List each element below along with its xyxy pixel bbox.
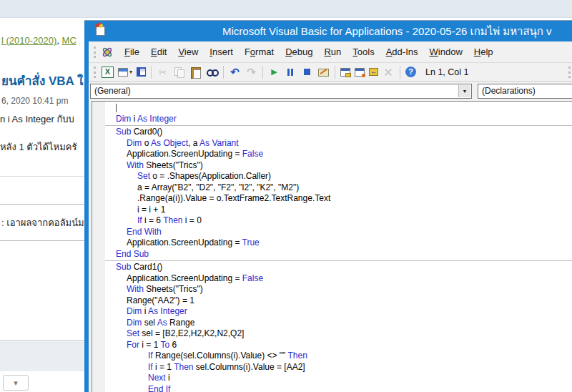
forum-breadcrumb-links: l (2010-2020), MC: [1, 35, 77, 46]
chevron-down-icon: ▾: [14, 378, 18, 388]
dropdown-caret-icon[interactable]: ▾: [129, 69, 132, 75]
menu-addins[interactable]: Add-Ins: [380, 44, 424, 61]
menu-format[interactable]: Format: [239, 44, 280, 61]
code-line[interactable]: Range("AA2") = 1: [116, 295, 572, 307]
vbe-app-icon: [94, 24, 107, 37]
code-line[interactable]: Dim i As Integer: [116, 306, 572, 318]
menu-tools[interactable]: Tools: [347, 44, 380, 61]
screen: l (2010-2020), MC ยนคำสั่ง VBA ใ 6, 2020…: [0, 0, 572, 392]
code-line[interactable]: If Range(sel.Columns(i).Value) <> "" The…: [116, 351, 572, 362]
project-explorer-button[interactable]: [339, 67, 352, 77]
topic-title[interactable]: ยนคำสั่ง VBA ใ: [1, 71, 83, 90]
reply-message-textarea[interactable]: [0, 240, 94, 341]
combobox-dropdown-icon[interactable]: ▼: [458, 85, 470, 97]
cut-icon: [157, 67, 169, 78]
code-line[interactable]: End With: [116, 227, 572, 238]
help-button[interactable]: [404, 66, 418, 78]
code-line[interactable]: Next i: [116, 373, 572, 384]
object-combobox[interactable]: (General) ▼: [90, 84, 472, 99]
code-line[interactable]: Sub Card0(): [116, 127, 572, 138]
run-icon: [268, 67, 280, 78]
toolbar-separator: [262, 66, 263, 79]
menu-view[interactable]: View: [172, 44, 204, 61]
code-line[interactable]: Set o = .Shapes(Application.Caller): [116, 171, 572, 182]
post-body-line-2: หลัง 1 ตัวได้ไหมครั: [0, 139, 77, 155]
menu-file[interactable]: File: [119, 44, 145, 61]
object-browser-button[interactable]: [368, 67, 380, 77]
copy-button: [172, 66, 187, 79]
code-line[interactable]: With Sheets("Trics"): [116, 160, 572, 172]
find-icon: [206, 67, 218, 78]
menu-edit[interactable]: Edit: [145, 44, 172, 61]
toolbar-separator: [400, 66, 400, 79]
code-line[interactable]: With Sheets("Trics"): [116, 284, 572, 295]
toolbar-end-grip[interactable]: [568, 67, 571, 78]
project-explorer-icon: [340, 68, 350, 77]
properties-window-button[interactable]: [353, 67, 366, 77]
code-line[interactable]: If i = 1 Then sel.Columns(i).Value = [AA…: [116, 362, 572, 373]
help-icon: [405, 67, 416, 77]
menu-debug[interactable]: Debug: [280, 44, 318, 61]
toolbar-separator: [151, 66, 152, 79]
cut-button: [155, 66, 170, 79]
forum-link-1[interactable]: l (2010-2020): [1, 35, 56, 46]
reset-icon: [301, 67, 313, 78]
procedure-separator: [105, 125, 572, 126]
reply-subject-value: : เอาผลจากคอลัมน์มา: [1, 215, 89, 230]
code-line[interactable]: End If: [116, 384, 572, 392]
cursor-position-status: Ln 1, Col 1: [425, 67, 468, 77]
code-line[interactable]: .Range(a(i)).Value = o.TextFrame2.TextRa…: [116, 193, 572, 205]
copy-icon: [173, 67, 185, 78]
code-line[interactable]: Dim o As Object, a As Variant: [116, 138, 572, 150]
reset-button[interactable]: [300, 66, 315, 79]
page-dropdown-button[interactable]: ▾: [3, 375, 29, 391]
code-line[interactable]: Application.ScreenUpdating = False: [116, 149, 572, 160]
code-line[interactable]: [116, 102, 572, 114]
code-line[interactable]: i = i + 1: [116, 205, 572, 216]
procedure-combobox-value: (Declarations): [482, 86, 536, 96]
reply-footer-band: [0, 342, 87, 371]
link-separator: ,: [56, 35, 61, 46]
procedure-combobox[interactable]: (Declarations): [478, 84, 572, 99]
menu-help[interactable]: Help: [468, 44, 499, 61]
redo-icon: [245, 67, 257, 78]
object-browser-icon: [369, 68, 378, 76]
toolbar-separator: [223, 66, 224, 79]
design-mode-button[interactable]: [316, 66, 331, 79]
vba-logo-icon: [101, 46, 114, 59]
run-button[interactable]: [267, 66, 282, 79]
save-button[interactable]: [135, 67, 147, 77]
break-icon: [285, 67, 297, 78]
paste-button[interactable]: [188, 66, 203, 79]
view-microsoft-excel-button[interactable]: [100, 66, 115, 79]
code-line[interactable]: Application.ScreenUpdating = False: [116, 273, 572, 285]
insert-userform-button[interactable]: ▾: [117, 67, 134, 77]
code-line[interactable]: For i = 1 To 6: [116, 340, 572, 351]
menubar-grip[interactable]: [94, 46, 96, 58]
reply-subject-input[interactable]: : เอาผลจากคอลัมน์มา: [0, 204, 94, 241]
titlebar[interactable]: Microsoft Visual Basic for Applications …: [89, 21, 572, 41]
code-line[interactable]: If i = 6 Then i = 0: [116, 215, 572, 227]
code-line[interactable]: End Sub: [116, 249, 572, 260]
margin-indicator-bar[interactable]: [92, 102, 105, 392]
code-line[interactable]: a = Array("B2", "D2", "F2", "I2", "K2", …: [116, 182, 572, 194]
code-line[interactable]: Application.ScreenUpdating = True: [116, 237, 572, 249]
post-divider: [0, 176, 87, 177]
menu-window[interactable]: Window: [424, 44, 468, 61]
code-editor-pane[interactable]: Dim i As IntegerSub Card0()Dim o As Obje…: [92, 101, 572, 392]
procedure-separator: [105, 260, 572, 261]
undo-button[interactable]: [227, 66, 242, 79]
code-line[interactable]: Sub Card1(): [116, 262, 572, 273]
standard-toolbar: ▾ Ln 1, Col 1: [89, 63, 572, 82]
paste-icon: [189, 67, 202, 78]
menu-insert[interactable]: Insert: [204, 44, 239, 61]
menu-run[interactable]: Run: [318, 44, 347, 61]
toolbar-grip[interactable]: [94, 67, 96, 78]
code-line[interactable]: Dim i As Integer: [116, 114, 572, 125]
code-line[interactable]: Set sel = [B2,E2,H2,K2,N2,Q2]: [116, 328, 572, 340]
code-content[interactable]: Dim i As IntegerSub Card0()Dim o As Obje…: [105, 102, 572, 392]
forum-link-2[interactable]: MC: [62, 35, 77, 46]
find-button[interactable]: [204, 66, 220, 79]
code-line[interactable]: Dim sel As Range: [116, 318, 572, 329]
break-button[interactable]: [283, 66, 298, 79]
